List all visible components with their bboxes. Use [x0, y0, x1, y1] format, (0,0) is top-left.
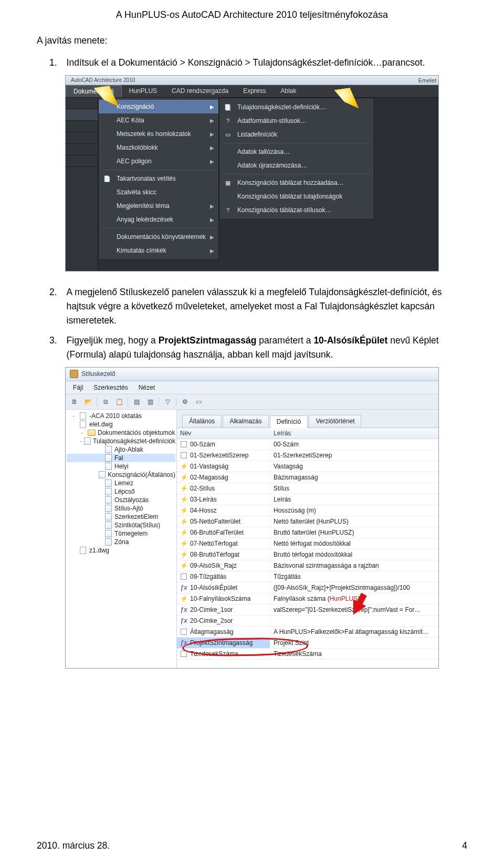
- property-row[interactable]: ƒxProjektSzintmagasságProjekt Szint: [177, 638, 438, 649]
- tab[interactable]: Alkalmazás: [223, 415, 268, 427]
- tb-new-icon[interactable]: 🗎: [68, 396, 81, 408]
- dropdown-item[interactable]: AEC poligon▶: [99, 154, 218, 168]
- dropdown-item[interactable]: Kimutatás címkék▶: [99, 244, 218, 257]
- property-name: TizedesekSzáma: [190, 650, 238, 658]
- tree-node[interactable]: z1.dwg: [67, 546, 175, 555]
- tb-paste-icon[interactable]: 📋: [112, 396, 126, 408]
- tree-node[interactable]: Ajto-Ablak: [67, 445, 175, 454]
- tb-filter-icon[interactable]: ▽: [161, 396, 174, 408]
- tree-node[interactable]: --ACA 2010 oktatás: [67, 412, 175, 420]
- shot2-grid: Név Leírás 00-Szám00-Szám01-SzerkezetiSz…: [177, 428, 438, 668]
- property-row[interactable]: ⚡03-LeírásLeírás: [177, 494, 438, 505]
- property-row[interactable]: ƒx10-AlsósíkÉpület([09-AlsóSík_Rajz]+[Pr…: [177, 582, 438, 593]
- tree-node[interactable]: Lemez: [67, 479, 175, 487]
- tree-node[interactable]: Stílus-Ajtó: [67, 504, 175, 513]
- dropdown-item[interactable]: Szalvéta skicc: [99, 185, 218, 199]
- tb-style2-icon[interactable]: ▥: [143, 396, 157, 408]
- property-row[interactable]: ƒx20-Cimke_2sor: [177, 615, 438, 627]
- property-name: 00-Szám: [190, 441, 215, 448]
- submenu-item[interactable]: Adatok újraszámozása…: [219, 159, 374, 172]
- tree-expander-icon[interactable]: -: [79, 430, 85, 435]
- page-icon: [99, 471, 106, 478]
- tree-node[interactable]: Szintkóta(Stílus): [67, 521, 175, 529]
- property-row[interactable]: ÁtlagmagasságA HunPLUS>Falkezelők>Fal át…: [177, 627, 438, 638]
- property-row[interactable]: ⚡10-FalnyílásokSzámaFalnyílások száma (H…: [177, 593, 438, 604]
- tree-node-label: Konszignáció(Általános): [108, 471, 175, 478]
- tree-node[interactable]: Helyi: [67, 462, 175, 471]
- property-row[interactable]: TizedesekSzámaTizedesekSzáma: [177, 649, 438, 660]
- menu-item[interactable]: Nézet: [134, 383, 159, 392]
- tb-tool-icon[interactable]: ⚙: [178, 396, 192, 408]
- tab[interactable]: Definíció: [270, 415, 308, 428]
- menu-tab[interactable]: Dokumentáció: [66, 85, 122, 97]
- property-row[interactable]: ⚡01-VastagságVastagság: [177, 461, 438, 472]
- tree-node[interactable]: SzerkezetiElem: [67, 513, 175, 521]
- submenu-item[interactable]: ▦Konszignációs táblázat hozzáadása…: [219, 176, 374, 190]
- grid-head-desc: Leírás: [270, 428, 438, 439]
- dropdown-item[interactable]: Maszkolóblokk▶: [99, 141, 218, 154]
- property-row[interactable]: 09-TűzgátlásTűzgátlás: [177, 571, 438, 582]
- submenu-item[interactable]: ▭Listadefiníciók: [219, 128, 374, 141]
- property-row[interactable]: ⚡05-NettóFalterületNettó falterület (Hun…: [177, 516, 438, 527]
- submenu-item[interactable]: Adatok tallózása…: [219, 145, 374, 159]
- tree-expander-icon[interactable]: -: [79, 438, 82, 444]
- submenu-item[interactable]: ?Adatformátum-stílusok…: [219, 114, 374, 128]
- tree-node-label: Stílus-Ajtó: [114, 505, 143, 512]
- tree-node[interactable]: -Tulajdonságkészlet-definíciók: [67, 437, 175, 445]
- property-row[interactable]: ⚡08-BruttóTérfogatBruttó térfogat módosí…: [177, 549, 438, 560]
- property-row[interactable]: ⚡07-NettóTérfogatNettó térfogat módosító…: [177, 538, 438, 549]
- tree-node[interactable]: -Dokumentációs objektumok: [67, 429, 175, 437]
- menu-tab[interactable]: Express: [236, 85, 273, 97]
- property-row[interactable]: 01-SzerkezetiSzerep01-SzerkezetiSzerep: [177, 450, 438, 461]
- property-row[interactable]: ⚡02-MagasságBázismagasság: [177, 472, 438, 483]
- tb-copy-icon[interactable]: ⧉: [99, 396, 112, 408]
- dropdown-item[interactable]: Anyag lekérdezések▶: [99, 213, 218, 226]
- submenu-arrow-icon: ▶: [210, 118, 214, 123]
- dropdown-item[interactable]: Metszetek és homlokzatok▶: [99, 127, 218, 141]
- tree-node[interactable]: Fal: [67, 454, 175, 462]
- shot1-edition: Emelet: [418, 77, 436, 84]
- doc-title: A HunPLUS-os AutoCAD Architecture 2010 t…: [37, 9, 467, 20]
- submenu-item[interactable]: ?Konszignációs táblázat-stílusok…: [219, 203, 374, 217]
- menu-tab[interactable]: Ablak: [274, 85, 304, 97]
- tree-node[interactable]: Osztályozás: [67, 496, 175, 504]
- screenshot-1: AutoCAD Architecture 2010 Emelet Dokumen…: [65, 75, 439, 272]
- property-row[interactable]: ⚡09-AlsóSík_RajzBázisvonal szintmagasság…: [177, 560, 438, 571]
- tb-open-icon[interactable]: 📂: [81, 396, 95, 408]
- tree-node-label: Zóna: [114, 538, 129, 546]
- tb-tool2-icon[interactable]: ▭: [192, 396, 205, 408]
- shot2-tree[interactable]: --ACA 2010 oktatáselet.dwg-Dokumentációs…: [66, 410, 177, 668]
- property-desc: Hosszúság (m): [270, 505, 438, 516]
- submenu-item[interactable]: 📑Tulajdonságkészlet-definíciók…: [219, 100, 374, 114]
- menu-tab[interactable]: HunPLUS: [122, 85, 164, 97]
- step-1: 1. Indítsuk el a Dokumentáció > Konszign…: [37, 56, 467, 70]
- tree-node[interactable]: Lépcső: [67, 487, 175, 496]
- shot2-titlebar: Stíluskezelő: [66, 368, 438, 381]
- dropdown-item[interactable]: Megjelenítési téma▶: [99, 199, 218, 213]
- dropdown-item[interactable]: Konszignáció▶: [99, 100, 218, 113]
- tree-node[interactable]: elet.dwg: [67, 420, 175, 429]
- tab[interactable]: Általános: [182, 415, 222, 427]
- tree-node[interactable]: Konszignáció(Általános): [67, 471, 175, 479]
- menu-tab[interactable]: CAD rendszergazda: [164, 85, 236, 97]
- dropdown-item[interactable]: AEC Kóta▶: [99, 113, 218, 127]
- dropdown-item[interactable]: 📄Takartvonalas vetítés: [99, 172, 218, 185]
- menu-item[interactable]: Fájl: [69, 383, 87, 392]
- tab[interactable]: Verziótörténet: [309, 415, 361, 427]
- property-row[interactable]: 00-Szám00-Szám: [177, 439, 438, 450]
- tree-node[interactable]: Tömegelem: [67, 529, 175, 538]
- property-row[interactable]: ⚡04-HosszHosszúság (m): [177, 505, 438, 516]
- property-row[interactable]: ⚡02-StílusStílus: [177, 483, 438, 494]
- submenu-item[interactable]: Konszignációs táblázat tulajdonságok: [219, 190, 374, 203]
- property-name: 10-AlsósíkÉpület: [190, 584, 237, 591]
- page-icon: [104, 538, 112, 546]
- property-row[interactable]: ⚡06-BruttóFalTerületBruttó falterület (H…: [177, 527, 438, 538]
- tb-style-icon[interactable]: ▤: [130, 396, 143, 408]
- property-row[interactable]: ƒx20-Cimke_1sorvalSzerep="[01-Szerkezeti…: [177, 604, 438, 615]
- tree-node[interactable]: Zóna: [67, 538, 175, 546]
- menu-item[interactable]: Szerkesztés: [89, 383, 132, 392]
- menu-item-icon: [103, 157, 111, 165]
- dropdown-item[interactable]: Dokumentációs könyvtárelemek▶: [99, 230, 218, 244]
- shot1-app-title: AutoCAD Architecture 2010: [68, 77, 135, 83]
- tree-expander-icon[interactable]: -: [71, 413, 77, 419]
